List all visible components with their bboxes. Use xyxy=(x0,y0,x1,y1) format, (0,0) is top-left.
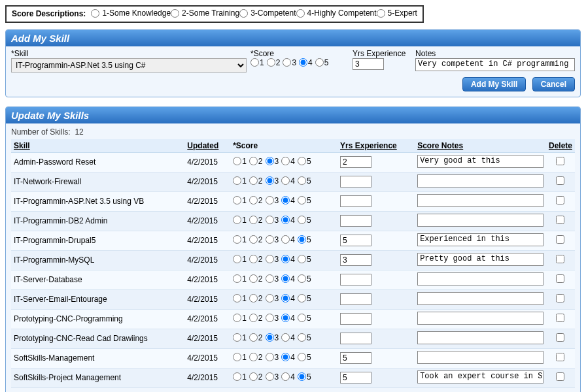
row-notes-input[interactable] xyxy=(417,292,543,305)
score-radio-option[interactable]: 4 xyxy=(281,176,295,186)
score-radio[interactable] xyxy=(281,294,290,302)
score-radio[interactable] xyxy=(249,235,258,244)
score-radio-option[interactable]: 2 xyxy=(249,333,263,342)
row-yrs-input[interactable] xyxy=(340,352,371,364)
score-radio[interactable] xyxy=(281,235,290,244)
score-radio[interactable] xyxy=(299,58,307,67)
score-radio[interactable] xyxy=(249,353,258,361)
score-radio[interactable] xyxy=(233,176,241,185)
score-radio-option[interactable]: 3 xyxy=(266,333,279,342)
row-notes-input[interactable] xyxy=(417,331,543,344)
row-delete-checkbox[interactable] xyxy=(556,235,564,244)
score-radio-option[interactable]: 3 xyxy=(266,372,279,382)
score-radio[interactable] xyxy=(298,314,306,322)
score-radio-option[interactable]: 5 xyxy=(315,58,329,67)
score-radio-option[interactable]: 2 xyxy=(267,58,281,67)
score-radio[interactable] xyxy=(315,58,324,67)
row-notes-input[interactable] xyxy=(417,253,543,266)
row-score-radio-group[interactable]: 12345 xyxy=(233,294,313,303)
row-notes-input[interactable] xyxy=(417,272,543,286)
score-radio-option[interactable]: 2 xyxy=(249,196,263,205)
row-score-radio-group[interactable]: 12345 xyxy=(233,157,313,166)
add-notes-input[interactable] xyxy=(415,58,575,71)
score-radio-option[interactable]: 3 xyxy=(266,294,279,303)
score-radio[interactable] xyxy=(281,372,290,381)
score-radio[interactable] xyxy=(298,353,306,361)
row-score-radio-group[interactable]: 12345 xyxy=(233,274,313,284)
score-radio-option[interactable]: 5 xyxy=(298,314,311,323)
score-radio-option[interactable]: 3 xyxy=(266,314,279,323)
score-radio[interactable] xyxy=(249,176,258,185)
add-yrs-input[interactable] xyxy=(353,58,384,70)
add-my-skill-button[interactable]: Add My Skill xyxy=(462,77,526,91)
score-radio-option[interactable]: 2 xyxy=(249,314,263,323)
score-radio-option[interactable]: 3 xyxy=(266,157,279,166)
score-radio[interactable] xyxy=(266,353,274,361)
score-radio-option[interactable]: 3 xyxy=(266,196,279,205)
score-radio-option[interactable]: 1 xyxy=(233,333,247,342)
score-radio[interactable] xyxy=(249,196,258,204)
row-notes-input[interactable] xyxy=(417,194,543,207)
score-radio[interactable] xyxy=(266,333,274,342)
score-radio[interactable] xyxy=(266,176,274,185)
score-radio[interactable] xyxy=(266,255,274,263)
row-score-radio-group[interactable]: 12345 xyxy=(233,216,313,225)
score-radio[interactable] xyxy=(281,274,290,283)
row-score-radio-group[interactable]: 12345 xyxy=(233,255,313,264)
score-radio[interactable] xyxy=(249,157,258,165)
score-radio-option[interactable]: 3 xyxy=(266,235,279,244)
score-radio-option[interactable]: 5 xyxy=(298,235,311,244)
row-delete-checkbox[interactable] xyxy=(556,333,564,342)
score-radio[interactable] xyxy=(298,157,306,165)
score-radio-option[interactable]: 3 xyxy=(266,216,279,225)
score-desc-radio[interactable] xyxy=(296,9,305,18)
row-delete-checkbox[interactable] xyxy=(556,353,564,361)
score-radio-option[interactable]: 2 xyxy=(249,353,263,362)
score-desc-radio[interactable] xyxy=(91,9,99,18)
score-radio[interactable] xyxy=(249,294,258,302)
score-radio-option[interactable]: 4 xyxy=(299,58,313,67)
score-radio[interactable] xyxy=(266,196,274,204)
row-delete-checkbox[interactable] xyxy=(556,157,564,165)
score-radio[interactable] xyxy=(233,216,241,224)
score-radio[interactable] xyxy=(298,294,306,302)
row-score-radio-group[interactable]: 12345 xyxy=(233,333,313,342)
score-radio[interactable] xyxy=(298,176,306,185)
score-radio[interactable] xyxy=(283,58,291,67)
score-radio[interactable] xyxy=(266,372,274,381)
score-radio-option[interactable]: 1 xyxy=(233,314,247,323)
score-radio[interactable] xyxy=(266,235,274,244)
row-yrs-input[interactable] xyxy=(340,235,371,246)
score-desc-radio[interactable] xyxy=(377,9,385,18)
score-radio-option[interactable]: 1 xyxy=(233,196,247,205)
add-skill-select[interactable]: IT-Programmin-ASP.Net 3.5 using C# xyxy=(11,58,247,73)
score-radio-option[interactable]: 4 xyxy=(281,294,295,303)
row-yrs-input[interactable] xyxy=(340,215,371,227)
score-radio-option[interactable]: 3 xyxy=(266,274,279,284)
score-radio[interactable] xyxy=(233,294,241,302)
score-radio-option[interactable]: 5 xyxy=(298,216,311,225)
score-radio[interactable] xyxy=(266,216,274,224)
score-radio[interactable] xyxy=(298,235,306,244)
score-desc-radio[interactable] xyxy=(171,9,179,18)
score-radio[interactable] xyxy=(233,196,241,204)
score-radio[interactable] xyxy=(233,255,241,263)
row-notes-input[interactable] xyxy=(417,233,543,246)
row-yrs-input[interactable] xyxy=(340,333,371,344)
score-radio[interactable] xyxy=(281,216,290,224)
row-delete-checkbox[interactable] xyxy=(556,314,564,322)
score-radio[interactable] xyxy=(233,333,241,342)
score-radio[interactable] xyxy=(298,333,306,342)
row-delete-checkbox[interactable] xyxy=(556,216,564,224)
row-score-radio-group[interactable]: 12345 xyxy=(233,372,313,382)
score-radio[interactable] xyxy=(233,274,241,283)
score-radio-option[interactable]: 1 xyxy=(233,176,247,186)
score-radio-option[interactable]: 5 xyxy=(298,294,311,303)
score-radio-option[interactable]: 2 xyxy=(249,294,263,303)
row-score-radio-group[interactable]: 12345 xyxy=(233,235,313,244)
row-delete-checkbox[interactable] xyxy=(556,372,564,381)
row-yrs-input[interactable] xyxy=(340,274,371,286)
row-yrs-input[interactable] xyxy=(340,293,371,305)
score-radio[interactable] xyxy=(298,196,306,204)
score-radio-option[interactable]: 5 xyxy=(298,274,311,284)
